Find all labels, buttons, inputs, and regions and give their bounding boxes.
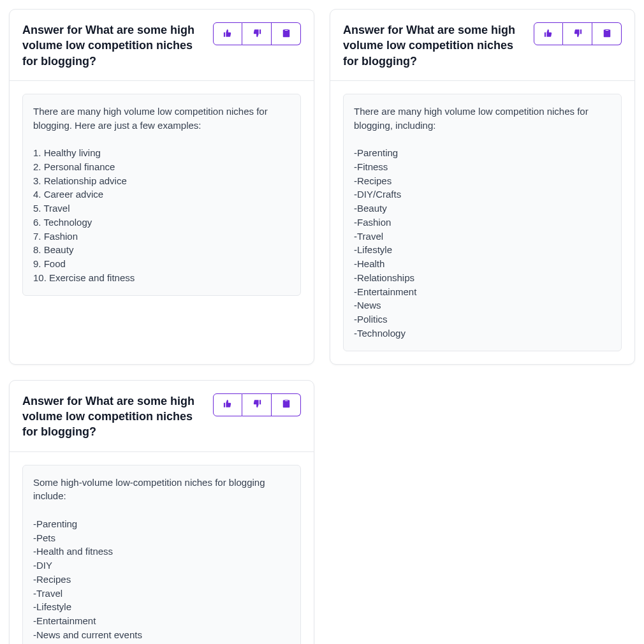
thumbs-down-icon: [252, 29, 261, 40]
card-header: Answer for What are some high volume low…: [10, 10, 314, 81]
thumbs-down-icon: [252, 399, 261, 410]
card-header: Answer for What are some high volume low…: [10, 381, 314, 452]
copy-button[interactable]: [592, 22, 622, 45]
answer-content: There are many high volume low competiti…: [343, 94, 622, 351]
thumbs-down-button[interactable]: [242, 22, 272, 45]
answer-content: There are many high volume low competiti…: [22, 94, 301, 296]
clipboard-icon: [282, 29, 291, 40]
thumbs-down-button[interactable]: [242, 393, 272, 416]
card-title: Answer for What are some high volume low…: [343, 22, 523, 69]
thumbs-up-icon: [544, 29, 553, 40]
answer-card: Answer for What are some high volume low…: [9, 380, 314, 644]
copy-button[interactable]: [272, 393, 301, 416]
action-button-group: [534, 22, 622, 45]
action-button-group: [213, 22, 301, 45]
thumbs-up-button[interactable]: [213, 393, 242, 416]
action-button-group: [213, 393, 301, 416]
clipboard-icon: [282, 399, 291, 410]
thumbs-up-icon: [223, 399, 232, 410]
thumbs-down-button[interactable]: [563, 22, 592, 45]
thumbs-down-icon: [573, 29, 582, 40]
card-title: Answer for What are some high volume low…: [22, 22, 203, 69]
answer-card: Answer for What are some high volume low…: [9, 9, 314, 365]
card-header: Answer for What are some high volume low…: [330, 10, 634, 81]
clipboard-icon: [603, 29, 611, 40]
thumbs-up-icon: [223, 29, 232, 40]
card-body: There are many high volume low competiti…: [10, 81, 314, 309]
card-body: There are many high volume low competiti…: [330, 81, 634, 364]
answer-card: Answer for What are some high volume low…: [330, 9, 635, 365]
thumbs-up-button[interactable]: [534, 22, 563, 45]
thumbs-up-button[interactable]: [213, 22, 242, 45]
answer-content: Some high-volume low-competition niches …: [22, 465, 301, 644]
card-title: Answer for What are some high volume low…: [22, 393, 203, 440]
copy-button[interactable]: [272, 22, 301, 45]
card-body: Some high-volume low-competition niches …: [10, 452, 314, 644]
cards-grid: Answer for What are some high volume low…: [9, 9, 635, 644]
